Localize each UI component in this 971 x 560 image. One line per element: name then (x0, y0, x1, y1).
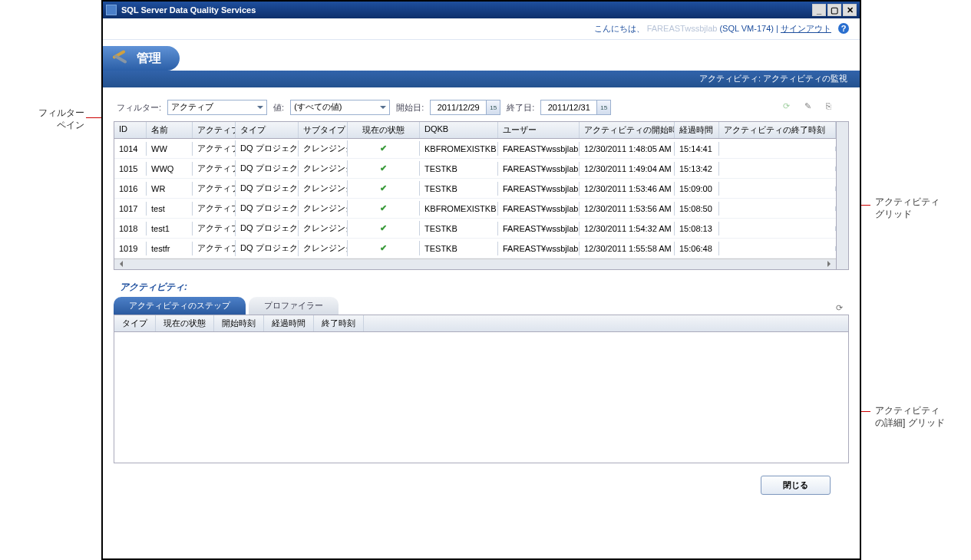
help-icon[interactable]: ? (838, 23, 849, 34)
activity-grid-header: ID 名前 アクティブ タイプ サブタイプ 現在の状態 DQKB ユーザー アク… (114, 122, 836, 139)
end-date-input[interactable] (541, 100, 596, 114)
col-elapsed[interactable]: 経過時間 (675, 122, 719, 138)
check-icon: ✔ (380, 163, 387, 173)
close-window-button[interactable]: ✕ (843, 4, 857, 16)
filter-field-select[interactable]: アクティブ (167, 100, 267, 115)
start-date-picker[interactable]: 15 (430, 100, 500, 115)
end-date-picker[interactable]: 15 (540, 100, 611, 115)
signout-link[interactable]: サインアウト (781, 24, 831, 33)
close-button[interactable]: 閉じる (761, 476, 831, 495)
table-row[interactable]: 1017testアクティブDQ プロジェクトクレンジング✔KBFROMEXIST… (114, 199, 836, 219)
start-date-label: 開始日: (396, 102, 424, 114)
dcol-start[interactable]: 開始時刻 (214, 315, 264, 331)
server-name: (SQL VM-174) (719, 24, 774, 33)
col-id[interactable]: ID (114, 122, 147, 138)
calendar-icon[interactable]: 15 (596, 100, 610, 114)
check-icon: ✔ (380, 203, 387, 212)
greeting-text: こんにちは、 (594, 24, 645, 33)
start-date-input[interactable] (431, 100, 486, 114)
dcol-elapsed[interactable]: 経過時間 (264, 315, 314, 331)
col-type[interactable]: タイプ (236, 122, 299, 138)
value-label: 値: (273, 102, 284, 114)
app-icon (106, 5, 117, 15)
annotation-activity-grid: アクティビティ グリッド (875, 196, 940, 220)
window-title: SQL Server Data Quality Services (121, 5, 256, 15)
tab-profiler[interactable]: プロファイラー (249, 297, 339, 315)
tools-icon (111, 48, 130, 68)
activity-detail-title: アクティビティ: (114, 270, 849, 297)
end-date-label: 終了日: (507, 102, 534, 114)
refresh-icon[interactable]: ⟳ (783, 101, 795, 114)
col-active[interactable]: アクティブ (193, 122, 236, 138)
current-user-blurred: FAREASTwssbjlab (647, 24, 718, 33)
dcol-status[interactable]: 現在の状態 (156, 315, 214, 331)
dcol-end[interactable]: 終了時刻 (314, 315, 364, 331)
table-row[interactable]: 1018test1アクティブDQ プロジェクトクレンジング✔TESTKBFARE… (114, 219, 836, 239)
horizontal-scrollbar[interactable] (114, 259, 836, 269)
detail-grid-body (114, 332, 848, 463)
check-icon: ✔ (380, 223, 387, 232)
check-icon: ✔ (380, 143, 387, 153)
col-name[interactable]: 名前 (147, 122, 193, 138)
activity-detail-grid: タイプ 現在の状態 開始時刻 経過時間 終了時刻 (114, 315, 849, 463)
maximize-button[interactable]: ▢ (827, 4, 841, 16)
detail-grid-header: タイプ 現在の状態 開始時刻 経過時間 終了時刻 (114, 315, 848, 332)
vertical-scrollbar[interactable] (836, 122, 848, 269)
activity-grid: ID 名前 アクティブ タイプ サブタイプ 現在の状態 DQKB ユーザー アク… (114, 121, 849, 270)
app-window: SQL Server Data Quality Services _ ▢ ✕ こ… (101, 0, 861, 560)
tab-activity-steps[interactable]: アクティビティのステップ (114, 297, 246, 315)
col-user[interactable]: ユーザー (498, 122, 580, 138)
filter-value-select[interactable]: (すべての値) (290, 100, 390, 115)
annotation-activity-detail-grid: アクティビティ の詳細] グリッド (875, 405, 945, 429)
export-icon[interactable]: ⎘ (826, 101, 838, 114)
breadcrumb-bar: アクティビティ: アクティビティの監視 (103, 71, 860, 87)
minimize-button[interactable]: _ (812, 4, 826, 16)
table-row[interactable]: 1019testfrアクティブDQ プロジェクトクレンジング✔TESTKBFAR… (114, 239, 836, 259)
titlebar: SQL Server Data Quality Services _ ▢ ✕ (103, 2, 860, 18)
check-icon: ✔ (380, 183, 387, 193)
calendar-icon[interactable]: 15 (486, 100, 500, 114)
check-icon: ✔ (380, 243, 387, 252)
filter-label: フィルター: (117, 102, 161, 114)
annotation-filter-pane: フィルター ペイン (31, 107, 84, 131)
col-dqkb[interactable]: DQKB (420, 122, 498, 138)
col-subtype[interactable]: サブタイプ (299, 122, 348, 138)
page-title-tab: 管理 (103, 46, 180, 71)
erase-icon[interactable]: ✎ (804, 101, 817, 114)
activity-grid-body: 1014WWアクティブDQ プロジェクトクレンジング✔KBFROMEXISTKB… (114, 139, 836, 259)
breadcrumb: アクティビティ: アクティビティの監視 (699, 74, 847, 83)
col-end[interactable]: アクティビティの終了時刻 (719, 122, 836, 138)
col-start[interactable]: アクティビティの開始時刻 (580, 122, 675, 138)
table-row[interactable]: 1014WWアクティブDQ プロジェクトクレンジング✔KBFROMEXISTKB… (114, 139, 836, 159)
top-status-line: こんにちは、 FAREASTwssbjlab (SQL VM-174) | サイ… (103, 18, 860, 40)
header-band: 管理 アクティビティ: アクティビティの監視 (103, 46, 860, 87)
detail-reload-icon[interactable]: ⟳ (830, 301, 849, 315)
detail-tabs: アクティビティのステップ プロファイラー ⟳ (114, 297, 849, 315)
col-status[interactable]: 現在の状態 (348, 122, 420, 138)
table-row[interactable]: 1016WRアクティブDQ プロジェクトクレンジング✔TESTKBFAREAST… (114, 179, 836, 199)
table-row[interactable]: 1015WWQアクティブDQ プロジェクトクレンジング✔TESTKBFAREAS… (114, 159, 836, 179)
dcol-type[interactable]: タイプ (114, 315, 156, 331)
page-title: 管理 (137, 51, 161, 67)
filter-pane: フィルター: アクティブ 値: (すべての値) 開始日: 15 終了日: 15 … (114, 95, 849, 121)
